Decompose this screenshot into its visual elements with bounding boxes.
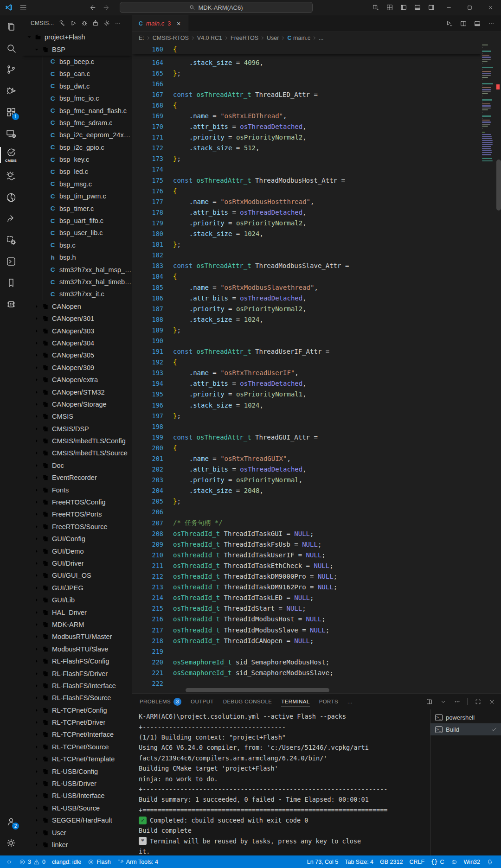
- code-line[interactable]: 197};: [132, 410, 501, 421]
- activity-item-extensions[interactable]: 1: [0, 102, 22, 123]
- chevron-right-icon[interactable]: [32, 352, 40, 358]
- tree-item[interactable]: Cbsp_key.c: [22, 153, 132, 166]
- code-line[interactable]: 216osThreadId_t ThreadIdModbusHost = NUL…: [132, 614, 501, 625]
- code-line[interactable]: 218osThreadId_t ThreadIdCANopen = NULL;: [132, 635, 501, 646]
- chevron-right-icon[interactable]: [32, 805, 40, 811]
- more-actions-button[interactable]: [485, 18, 497, 30]
- load-flash-icon[interactable]: [90, 18, 101, 29]
- chevron-right-icon[interactable]: [32, 340, 40, 346]
- chevron-right-icon[interactable]: [32, 830, 40, 836]
- breadcrumb-item[interactable]: E:: [139, 35, 144, 41]
- tree-item[interactable]: RL-USB/Source: [22, 802, 132, 814]
- tree-item[interactable]: CANopen/extra: [22, 374, 132, 386]
- chevron-right-icon[interactable]: [32, 842, 40, 848]
- chevron-right-icon[interactable]: [32, 401, 40, 408]
- tree-item[interactable]: GUI/GUI_OS: [22, 569, 132, 581]
- tree-item[interactable]: Cbsp_fmc_io.c: [22, 92, 132, 104]
- tree-item[interactable]: BSP: [22, 43, 132, 55]
- code-line[interactable]: 175const osThreadAttr_t ThreadModbusHost…: [132, 175, 501, 185]
- chevron-right-icon[interactable]: [32, 364, 40, 371]
- code-line[interactable]: 201 .name = "osRtxThreadGUIX",: [132, 453, 501, 464]
- code-line[interactable]: 220osSemaphoreId_t sid_SemaphoreModbusHo…: [132, 657, 501, 667]
- code-line[interactable]: 173};: [132, 153, 501, 164]
- code-line[interactable]: 176{: [132, 185, 501, 196]
- code-line[interactable]: 206: [132, 507, 501, 517]
- chevron-right-icon[interactable]: [32, 707, 40, 714]
- tree-item[interactable]: RL-TCPnet/Source: [22, 741, 132, 753]
- activity-item-github[interactable]: [0, 187, 22, 208]
- code-line[interactable]: 177 .name = "osRtxModbusHostthread",: [132, 196, 501, 207]
- tree-item[interactable]: Cbsp_tim_pwm.c: [22, 190, 132, 202]
- code-line[interactable]: 217osThreadId_t ThreadIdModbusSlave = NU…: [132, 625, 501, 635]
- chevron-right-icon[interactable]: [32, 609, 40, 616]
- tree-item[interactable]: RL-TCPnet/Interface: [22, 728, 132, 740]
- chevron-right-icon[interactable]: [32, 585, 40, 591]
- activity-item-terminal-view[interactable]: [0, 251, 22, 272]
- tree-item[interactable]: MDK-ARM: [22, 619, 132, 631]
- tree-item[interactable]: CANopen/STM32: [22, 386, 132, 398]
- code-line[interactable]: 222: [132, 678, 501, 689]
- customize-layout-grid-icon[interactable]: [383, 1, 397, 13]
- code-line[interactable]: 215osThreadId_t ThreadIdStart = NULL;: [132, 603, 501, 614]
- status-copilot[interactable]: [448, 859, 461, 865]
- activity-item-chip-config[interactable]: [0, 230, 22, 251]
- activity-item-mcu[interactable]: [0, 294, 22, 315]
- activity-item-source-control[interactable]: [0, 59, 22, 80]
- tree-item[interactable]: GUI/Driver: [22, 557, 132, 569]
- chevron-right-icon[interactable]: [32, 377, 40, 383]
- close-panel-icon[interactable]: [486, 696, 497, 707]
- chevron-right-icon[interactable]: [32, 474, 40, 481]
- tree-item[interactable]: Cbsp_fmc_nand_flash.c: [22, 104, 132, 116]
- tree-item[interactable]: Cbsp_led.c: [22, 166, 132, 178]
- code-line[interactable]: 169 .name = "osRtxLEDThread",: [132, 110, 501, 121]
- tree-item[interactable]: RL-FlashFS/Driver: [22, 667, 132, 679]
- chevron-right-icon[interactable]: [32, 328, 40, 334]
- code-line[interactable]: 186 .attr_bits = osThreadDetached,: [132, 293, 501, 303]
- code-line[interactable]: 189};: [132, 325, 501, 335]
- tree-item[interactable]: RL-FlashFS/Interface: [22, 680, 132, 692]
- tree-item[interactable]: RL-TCPnet/Config: [22, 704, 132, 716]
- panel-tab-ports[interactable]: PORTS: [319, 694, 338, 709]
- status-notifications[interactable]: [483, 859, 496, 865]
- code-line-sticky[interactable]: 160{: [132, 44, 482, 54]
- tree-item[interactable]: CANopen/304: [22, 337, 132, 349]
- command-center-search[interactable]: MDK-ARM(AC6): [120, 2, 313, 13]
- status-clangd-status[interactable]: clangd: idle: [49, 855, 84, 868]
- code-line[interactable]: 174: [132, 164, 501, 175]
- more-dots-icon[interactable]: [112, 18, 123, 29]
- code-line[interactable]: 178 .attr_bits = osThreadDetached,: [132, 207, 501, 217]
- maximize-button[interactable]: [459, 0, 480, 15]
- activity-item-cmsis[interactable]: CMSIS: [0, 144, 22, 166]
- tree-item[interactable]: GUI/JPEG: [22, 582, 132, 594]
- tree-item[interactable]: Cbsp_i2c_gpio.c: [22, 141, 132, 153]
- tree-item[interactable]: Cbsp_user_lib.c: [22, 227, 132, 239]
- maximize-panel-icon[interactable]: [472, 696, 483, 707]
- tree-item[interactable]: CMSIS/mbedTLS/Source: [22, 447, 132, 459]
- run-play-icon[interactable]: [68, 18, 79, 29]
- activity-item-share[interactable]: [0, 208, 22, 230]
- chevron-right-icon[interactable]: [32, 719, 40, 726]
- chevron-right-icon[interactable]: [32, 756, 40, 762]
- toggle-layout-button[interactable]: [471, 18, 483, 30]
- tree-item[interactable]: GUI/Config: [22, 533, 132, 545]
- tree-item[interactable]: GUI/Demo: [22, 545, 132, 557]
- tree-item[interactable]: CANopen/301: [22, 313, 132, 325]
- close-button[interactable]: [480, 0, 501, 15]
- tree-item[interactable]: project+Flash: [22, 31, 132, 43]
- status-language-mode[interactable]: {}C: [428, 859, 447, 865]
- code-line[interactable]: 190: [132, 335, 501, 346]
- tree-item[interactable]: FreeRTOS/Source: [22, 521, 132, 533]
- settings-gear-icon[interactable]: [101, 18, 112, 29]
- vertical-scrollbar[interactable]: [496, 160, 501, 211]
- chevron-right-icon[interactable]: [32, 817, 40, 823]
- tab-close-icon[interactable]: ×: [174, 19, 183, 28]
- chevron-right-icon[interactable]: [32, 303, 40, 310]
- code-line[interactable]: 181};: [132, 239, 501, 250]
- menu-icon[interactable]: [17, 3, 30, 12]
- run-button[interactable]: [443, 18, 456, 30]
- activity-item-embedded-debug[interactable]: [0, 166, 22, 187]
- code-line[interactable]: 198: [132, 421, 501, 432]
- tree-item[interactable]: RL-TCPnet/Template: [22, 753, 132, 765]
- tree-item[interactable]: EventRecorder: [22, 472, 132, 484]
- panel-tab-problems[interactable]: PROBLEMS3: [140, 694, 181, 709]
